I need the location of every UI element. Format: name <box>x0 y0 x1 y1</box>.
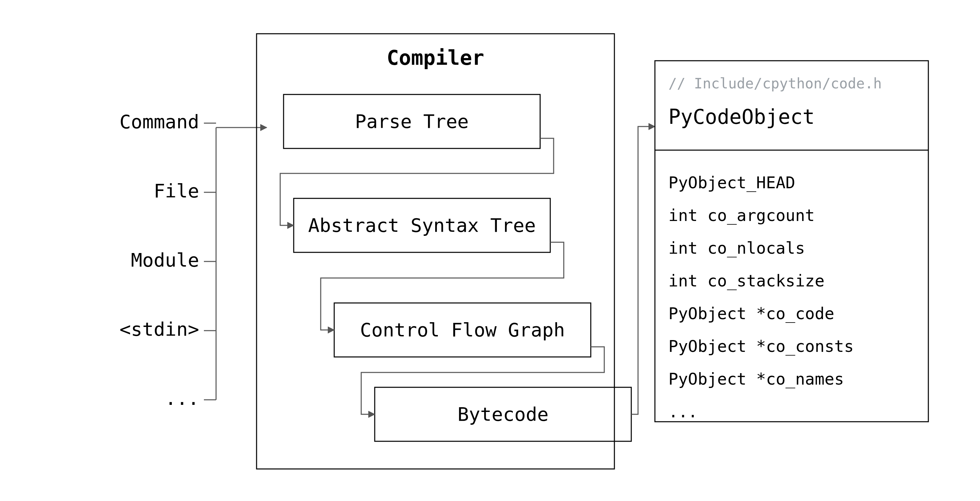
output-member: PyObject *co_names <box>668 369 844 388</box>
output-classname: PyCodeObject <box>668 105 815 128</box>
compiler-stage-label: Control Flow Graph <box>360 319 565 341</box>
output-member: PyObject_HEAD <box>668 173 795 192</box>
output-member: int co_stacksize <box>668 271 824 290</box>
input-source-label: Module <box>131 249 199 271</box>
output-member: int co_nlocals <box>668 238 805 257</box>
compiler-stage-label: Bytecode <box>457 403 549 425</box>
compiler-stage-label: Parse Tree <box>355 110 469 132</box>
arrow-bytecode-to-output <box>631 127 655 414</box>
input-source-label: ... <box>165 387 199 409</box>
stage-connector <box>321 242 564 330</box>
output-member: PyObject *co_code <box>668 304 834 323</box>
output-member: ... <box>668 402 698 421</box>
output-member: PyObject *co_consts <box>668 337 854 355</box>
input-source-label: <stdin> <box>119 318 199 340</box>
compiler-title: Compiler <box>387 46 484 70</box>
compiler-box <box>256 34 614 469</box>
compiler-stage-label: Abstract Syntax Tree <box>308 214 536 236</box>
stage-connector <box>280 138 554 225</box>
input-source-label: File <box>154 180 199 202</box>
output-comment: // Include/cpython/code.h <box>668 75 882 92</box>
output-member: int co_argcount <box>668 206 815 225</box>
input-source-label: Command <box>119 111 199 133</box>
